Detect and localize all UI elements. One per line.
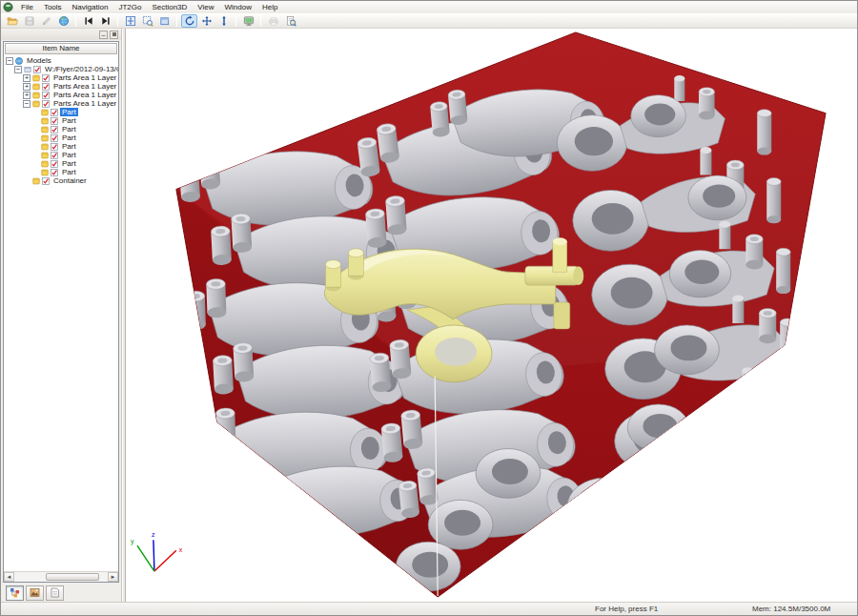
expander-icon[interactable]: − [14, 66, 22, 73]
checkbox-icon[interactable] [42, 100, 50, 108]
menu-view[interactable]: View [193, 1, 218, 13]
tree-item-label[interactable]: Part [60, 142, 78, 151]
panel-dock-button[interactable]: – [99, 31, 108, 39]
tab-structure[interactable] [6, 585, 24, 601]
panel-close-button[interactable] [110, 31, 118, 39]
scroll-track[interactable] [14, 572, 108, 582]
tree-row[interactable]: Part [4, 142, 118, 151]
tree-row[interactable]: Part [4, 125, 118, 133]
zoom-button[interactable] [215, 14, 232, 28]
tree-item-label[interactable]: Part [60, 151, 78, 159]
print-button[interactable] [265, 14, 281, 28]
tree-item-label[interactable]: Models [25, 56, 53, 65]
tree-column-header[interactable]: Item Name [5, 43, 117, 54]
checkbox-icon[interactable] [51, 126, 58, 133]
save-button[interactable] [21, 14, 37, 28]
print-preview-button[interactable] [282, 14, 298, 28]
zoom-area-button[interactable] [139, 14, 155, 28]
expander-icon[interactable]: + [23, 92, 31, 99]
view-cube-button[interactable] [156, 14, 173, 28]
tree-item-label[interactable]: Parts Area 1 Layer 3 [51, 91, 118, 99]
tree-horizontal-scrollbar[interactable]: ◄ ► [4, 571, 118, 582]
tree-row[interactable]: Part [4, 151, 118, 159]
menu-help[interactable]: Help [257, 1, 282, 13]
tree-row[interactable]: Part [4, 159, 118, 168]
scroll-right-arrow[interactable]: ► [108, 572, 118, 582]
checkbox-icon[interactable] [33, 66, 41, 73]
checkbox-icon[interactable] [51, 117, 58, 125]
checkbox-icon[interactable] [42, 92, 50, 99]
tree-item-label[interactable]: W:/Flyer/2012-09-13/Get... [43, 65, 118, 73]
open-button[interactable] [4, 14, 20, 28]
viewport-3d[interactable]: z x y [126, 29, 857, 602]
display-button[interactable] [240, 14, 256, 28]
status-bar: For Help, press F1 Mem: 124.5M/3500.0M [1, 602, 857, 615]
tree-row[interactable]: Part [4, 133, 118, 142]
3d-scene[interactable]: z x y [126, 29, 857, 602]
tree-row[interactable]: − Models [4, 56, 118, 65]
part-icon [32, 177, 40, 185]
print-preview-icon [285, 15, 296, 27]
rotate-button[interactable] [181, 14, 197, 28]
panel-titlebar: – [1, 29, 121, 40]
tree-item-label[interactable]: Parts Area 1 Layer 2 [51, 82, 118, 91]
tree-item-label[interactable]: Part [60, 133, 78, 142]
checkbox-icon[interactable] [51, 160, 58, 168]
checkbox-icon[interactable] [51, 109, 58, 116]
menu-navigation[interactable]: Navigation [68, 1, 113, 13]
tab-preview[interactable] [26, 585, 44, 601]
checkbox-icon[interactable] [42, 74, 50, 82]
tree-item-label[interactable]: Container [51, 176, 89, 185]
tree-item-label[interactable]: Part [60, 168, 78, 176]
tree-row[interactable]: Part [4, 108, 118, 116]
checkbox-icon[interactable] [51, 134, 58, 142]
close-icon [112, 32, 116, 36]
web-home-button[interactable] [55, 14, 72, 28]
checkbox-icon[interactable] [51, 143, 58, 151]
tree-item-label[interactable]: Part [60, 125, 78, 133]
expander-icon[interactable]: − [23, 100, 31, 108]
tree-item-label[interactable]: Parts Area 1 Layer 4 [51, 99, 118, 108]
scroll-left-arrow[interactable]: ◄ [4, 572, 14, 582]
tree-item-label[interactable]: Part [60, 108, 78, 116]
tree-item-label[interactable]: Part [60, 159, 78, 168]
menu-bar: File Tools Navigation JT2Go Section3D Vi… [1, 1, 857, 13]
fit-view-button[interactable] [122, 14, 138, 28]
checkbox-icon[interactable] [51, 169, 58, 176]
tree-item-label[interactable]: Parts Area 1 Layer 1 [51, 73, 118, 82]
tree-row[interactable]: + Parts Area 1 Layer 3 [4, 91, 118, 99]
last-page-button[interactable] [97, 14, 113, 28]
floppy-save-icon [24, 15, 35, 27]
first-page-button[interactable] [80, 14, 96, 28]
menu-section3d[interactable]: Section3D [147, 1, 192, 13]
menu-jt2go[interactable]: JT2Go [113, 1, 146, 13]
tree-row[interactable]: + Parts Area 1 Layer 2 [4, 82, 118, 91]
menu-file[interactable]: File [16, 1, 38, 13]
expander-icon[interactable]: + [23, 83, 31, 91]
pan-button[interactable] [198, 14, 214, 28]
tab-document[interactable] [46, 585, 64, 601]
part-icon [41, 109, 49, 116]
markup-button[interactable] [38, 14, 54, 28]
tree-row[interactable]: Part [4, 168, 118, 176]
checkbox-icon[interactable] [51, 152, 58, 159]
expander-icon[interactable]: − [6, 57, 13, 65]
scroll-thumb[interactable] [46, 573, 99, 581]
axis-x-label: x [179, 546, 183, 553]
tree-row[interactable]: + Parts Area 1 Layer 1 [4, 73, 118, 82]
part-icon [32, 74, 40, 82]
menu-tools[interactable]: Tools [39, 1, 67, 13]
axis-triad: z x y [131, 531, 183, 571]
model-tree-panel: – Item Name − Models − [1, 29, 122, 602]
tree-item-label[interactable]: Part [60, 116, 78, 125]
menu-window[interactable]: Window [220, 1, 256, 13]
tree-row[interactable]: Part [4, 116, 118, 125]
part-icon [32, 83, 40, 91]
tree-row[interactable]: − Parts Area 1 Layer 4 [4, 99, 118, 108]
expander-icon[interactable]: + [23, 74, 31, 82]
checkbox-icon[interactable] [42, 83, 50, 91]
tree-row[interactable]: − W:/Flyer/2012-09-13/Get... [4, 65, 118, 73]
image-tab-icon [30, 587, 40, 598]
tree-row[interactable]: Container [4, 176, 118, 185]
checkbox-icon[interactable] [42, 177, 50, 185]
